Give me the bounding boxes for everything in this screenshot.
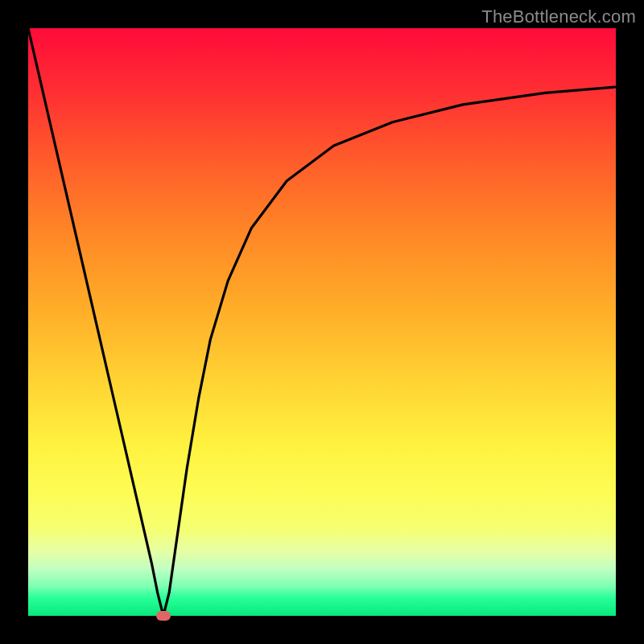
chart-frame: TheBottleneck.com [0,0,644,644]
plot-area [28,28,616,616]
watermark-text: TheBottleneck.com [481,6,636,27]
curve-path [28,28,616,616]
bottleneck-curve [28,28,616,616]
optimal-point-marker [156,611,171,621]
